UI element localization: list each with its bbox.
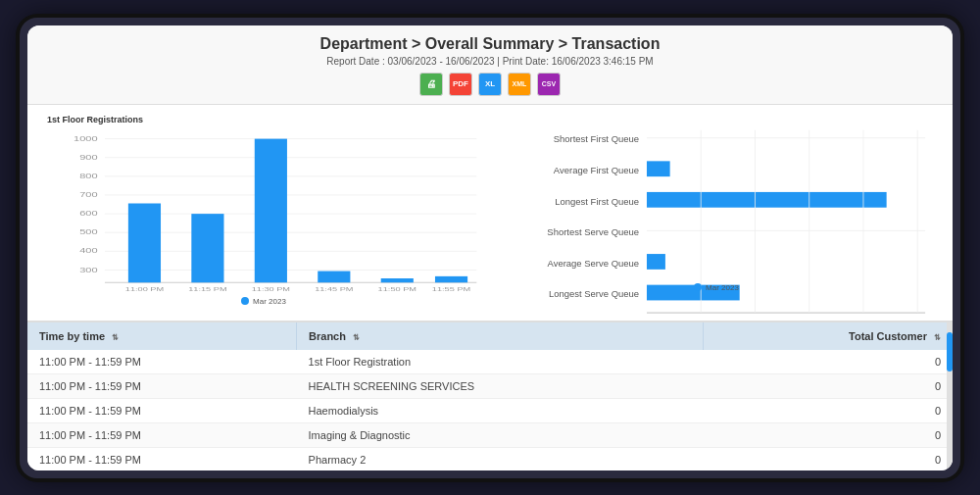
cell-time: 11:00 PM - 11:59 PM <box>27 350 297 374</box>
svg-text:11:30 PM: 11:30 PM <box>252 285 290 291</box>
cell-total: 0 <box>704 373 953 398</box>
excel-button[interactable]: XL <box>478 73 502 96</box>
charts-area: 1st Floor Registrations 1000 900 800 700… <box>27 105 953 321</box>
svg-rect-17 <box>128 203 161 282</box>
hbar-chart-legend-label: Mar 2023 <box>706 283 739 292</box>
table-row: 11:00 PM - 11:59 PM HEALTH SCREENING SER… <box>27 373 953 398</box>
page-title: Department > Overall Summary > Transacti… <box>27 35 953 53</box>
report-subtitle: Report Date : 03/06/2023 - 16/06/2023 | … <box>27 56 953 67</box>
data-table: Time by time ⇅ Branch ⇅ Total Customer ⇅ <box>27 322 953 470</box>
col-branch[interactable]: Branch ⇅ <box>297 322 704 350</box>
table-row: 11:00 PM - 11:59 PM Imaging & Diagnostic… <box>27 422 953 447</box>
bar-chart-legend-label: Mar 2023 <box>253 297 286 306</box>
sort-icon-total: ⇅ <box>934 333 941 342</box>
table-row: 11:00 PM - 11:59 PM Pharmacy 2 0 <box>27 447 953 470</box>
cell-branch: Pharmacy 2 <box>297 447 704 470</box>
bar-chart-title: 1st Floor Registrations <box>47 115 480 124</box>
cell-time: 11:00 PM - 11:59 PM <box>27 422 297 447</box>
device-frame: Department > Overall Summary > Transacti… <box>20 18 960 478</box>
svg-text:300: 300 <box>79 266 97 272</box>
table-header-row: Time by time ⇅ Branch ⇅ Total Customer ⇅ <box>27 322 953 350</box>
svg-rect-23 <box>318 271 350 282</box>
cell-branch: Imaging & Diagnostic <box>297 422 704 447</box>
cell-total: 0 <box>704 350 953 374</box>
svg-text:900: 900 <box>79 154 97 161</box>
csv-button[interactable]: CSV <box>537 73 561 96</box>
svg-rect-34 <box>647 191 887 207</box>
svg-text:Average First Queue: Average First Queue <box>554 164 639 174</box>
sort-icon-time: ⇅ <box>112 333 119 342</box>
cell-total: 0 <box>704 422 953 447</box>
table-row: 11:00 PM - 11:59 PM 1st Floor Registrati… <box>27 350 953 374</box>
scrollbar-thumb <box>947 332 953 371</box>
cell-branch: HEALTH SCREENING SERVICES <box>297 373 704 398</box>
svg-text:11:45 PM: 11:45 PM <box>315 285 353 291</box>
sort-icon-branch: ⇅ <box>353 333 360 342</box>
svg-rect-32 <box>647 161 670 176</box>
scrollbar[interactable] <box>947 322 953 470</box>
header: Department > Overall Summary > Transacti… <box>27 25 953 105</box>
svg-text:Longest First Queue: Longest First Queue <box>555 195 639 206</box>
svg-text:Shortest First Queue: Shortest First Queue <box>554 133 639 144</box>
cell-branch: 1st Floor Registration <box>297 350 704 374</box>
svg-rect-27 <box>435 275 467 281</box>
svg-text:700: 700 <box>79 191 97 198</box>
bar-chart-container: 1st Floor Registrations 1000 900 800 700… <box>47 115 480 311</box>
svg-rect-25 <box>381 278 414 282</box>
col-total-label: Total Customer <box>849 330 927 342</box>
svg-text:Shortest Serve Queue: Shortest Serve Queue <box>547 226 639 237</box>
svg-text:500: 500 <box>79 228 97 235</box>
svg-text:Longest Serve Queue: Longest Serve Queue <box>549 288 639 299</box>
svg-text:11:55 PM: 11:55 PM <box>432 285 470 291</box>
screen: Department > Overall Summary > Transacti… <box>27 25 953 470</box>
xml-button[interactable]: XML <box>508 73 531 96</box>
pdf-button[interactable]: PDF <box>449 73 472 96</box>
legend-dot <box>241 297 249 305</box>
svg-text:800: 800 <box>79 173 97 179</box>
cell-time: 11:00 PM - 11:59 PM <box>27 447 297 470</box>
cell-time: 11:00 PM - 11:59 PM <box>27 373 297 398</box>
main-content: 1st Floor Registrations 1000 900 800 700… <box>27 105 953 470</box>
svg-text:400: 400 <box>79 247 97 254</box>
cell-branch: Haemodialysis <box>297 398 704 422</box>
svg-rect-19 <box>191 214 223 282</box>
table-section: Time by time ⇅ Branch ⇅ Total Customer ⇅ <box>27 321 953 470</box>
col-branch-label: Branch <box>309 330 346 342</box>
cell-time: 11:00 PM - 11:59 PM <box>27 398 297 422</box>
toolbar: 🖨 PDF XL XML CSV <box>27 73 953 96</box>
hbar-chart: Shortest First Queue Average First Queue… <box>500 115 933 281</box>
svg-text:1000: 1000 <box>74 135 98 142</box>
col-total[interactable]: Total Customer ⇅ <box>704 322 953 350</box>
svg-text:Average Serve Queue: Average Serve Queue <box>548 257 640 268</box>
svg-text:11:00 PM: 11:00 PM <box>125 285 164 291</box>
svg-text:11:50 PM: 11:50 PM <box>378 285 416 291</box>
bar-chart-svg: 1000 900 800 700 600 500 400 300 <box>47 128 480 295</box>
cell-total: 0 <box>704 398 953 422</box>
hbar-chart-container: Shortest First Queue Average First Queue… <box>500 115 933 311</box>
bar-chart: 1000 900 800 700 600 500 400 300 <box>47 128 480 295</box>
svg-rect-38 <box>647 254 665 270</box>
svg-text:600: 600 <box>79 210 97 217</box>
col-time-label: Time by time <box>39 330 105 342</box>
print-button[interactable]: 🖨 <box>419 73 443 96</box>
svg-rect-21 <box>255 138 287 282</box>
table-row: 11:00 PM - 11:59 PM Haemodialysis 0 <box>27 398 953 422</box>
col-time[interactable]: Time by time ⇅ <box>27 322 297 350</box>
svg-text:11:15 PM: 11:15 PM <box>188 285 226 291</box>
bar-chart-legend: Mar 2023 <box>47 297 480 306</box>
cell-total: 0 <box>704 447 953 470</box>
